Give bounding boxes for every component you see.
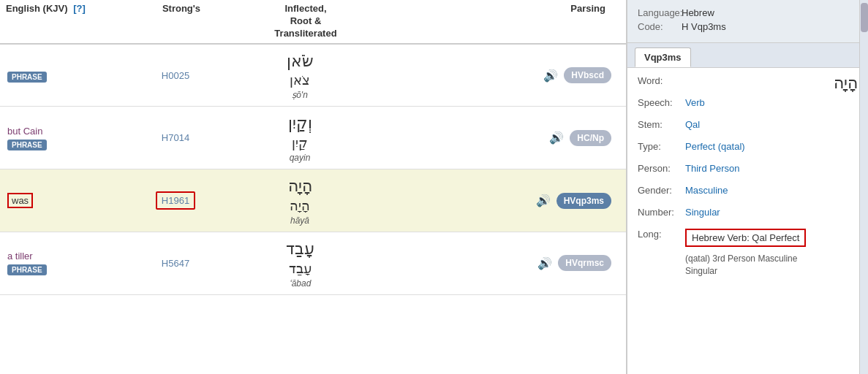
stem-link[interactable]: Qal: [685, 119, 700, 130]
hebrew-top: וְקַיִן: [288, 112, 312, 135]
gender-label: Gender:: [638, 185, 685, 196]
word-label: Word:: [638, 75, 685, 86]
strongs-cell: H1961: [132, 184, 219, 217]
speech-link[interactable]: Verb: [685, 97, 705, 108]
inflected-cell: הָיָה הָיָה hāyâ: [219, 169, 380, 232]
english-cell: PHRASE: [0, 63, 132, 88]
english-cell: a tiller PHRASE: [0, 245, 132, 281]
parsing-badge[interactable]: HC/Np: [570, 130, 611, 146]
language-value: Hebrew: [682, 7, 714, 18]
english-text: but Cain: [7, 126, 124, 137]
inflected-cell: וְקַיִן קַיִן qayin: [219, 107, 380, 169]
strongs-value[interactable]: H0025: [162, 70, 189, 81]
table-row: but Cain PHRASE H7014 וְקַיִן קַיִן qayi…: [0, 107, 626, 169]
inflected-cell: עָבַד עָבַד ʿābad: [219, 232, 380, 294]
english-text-boxed: was: [7, 193, 33, 208]
transliteration: ṣō'n: [292, 90, 308, 100]
detail-panel: Word: הָיָה Speech: Verb Stem: Qal Type:…: [627, 68, 868, 374]
strongs-value-boxed[interactable]: H1961: [156, 191, 195, 210]
table-row-active: was H1961 הָיָה הָיָה hāyâ 🔊 HVqp3ms: [0, 169, 626, 232]
gender-row: Gender: Masculine: [638, 185, 858, 201]
audio-icon[interactable]: 🔊: [549, 131, 564, 145]
hebrew-top: עָבַד: [286, 238, 314, 261]
parsing-badge[interactable]: HVqrmsc: [558, 255, 611, 271]
type-row: Type: Perfect (qatal): [638, 141, 858, 157]
language-row: Language: Hebrew: [638, 7, 858, 18]
transliteration: hāyâ: [290, 215, 309, 226]
tab-vqp3ms[interactable]: Vqp3ms: [635, 47, 691, 67]
number-value: Singular: [685, 207, 858, 218]
hebrew-bottom: עָבַד: [289, 261, 312, 277]
scrollbar-thumb[interactable]: [861, 3, 868, 32]
table-row: PHRASE H0025 שֹׂאן צֹאן ṣō'n 🔊 HVbscd: [0, 45, 626, 107]
info-header: Language: Hebrew Code: H Vqp3ms: [627, 0, 868, 43]
right-panel: Language: Hebrew Code: H Vqp3ms Vqp3ms W…: [627, 0, 868, 374]
hebrew-top: שֹׂאן: [287, 50, 314, 73]
audio-icon[interactable]: 🔊: [543, 69, 558, 83]
parsing-cell: 🔊 HVqrmsc: [380, 249, 626, 277]
inflected-cell: שֹׂאן צֹאן ṣō'n: [219, 45, 380, 107]
help-link[interactable]: [?]: [73, 3, 86, 14]
parsing-cell: 🔊 HC/Np: [380, 124, 626, 152]
person-label: Person:: [638, 163, 685, 174]
table-header: English (KJV) [?] Strong's Inflected,Roo…: [0, 0, 626, 45]
type-label: Type:: [638, 141, 685, 152]
scrollbar[interactable]: [859, 0, 868, 374]
parsing-badge[interactable]: HVbscd: [564, 67, 611, 83]
speech-value: Verb: [685, 97, 858, 108]
person-row: Person: Third Person: [638, 163, 858, 179]
parsing-cell: 🔊 HVbscd: [380, 61, 626, 89]
phrase-badge[interactable]: PHRASE: [7, 72, 47, 83]
gender-value: Masculine: [685, 185, 858, 196]
audio-icon[interactable]: 🔊: [537, 256, 552, 270]
col-header-inflected: Inflected,Root &Transliterated: [225, 3, 386, 40]
transliteration: ʿābad: [289, 278, 312, 289]
hebrew-bottom: קַיִן: [292, 135, 308, 151]
person-value: Third Person: [685, 163, 858, 174]
col-header-strongs: Strong's: [137, 3, 225, 40]
language-label: Language:: [638, 7, 682, 18]
english-text: a tiller: [7, 251, 124, 262]
parsing-badge-active[interactable]: HVqp3ms: [556, 193, 611, 209]
english-cell: but Cain PHRASE: [0, 120, 132, 156]
strongs-cell: H5647: [132, 252, 219, 275]
long-row: Long: Hebrew Verb: Qal Perfect: [638, 229, 858, 247]
hebrew-top: הָיָה: [288, 175, 312, 198]
audio-icon[interactable]: 🔊: [536, 194, 551, 207]
word-table: English (KJV) [?] Strong's Inflected,Roo…: [0, 0, 627, 374]
long-sub: (qatal) 3rd Person MasculineSingular: [638, 253, 858, 278]
stem-row: Stem: Qal: [638, 119, 858, 135]
parsing-cell: 🔊 HVqp3ms: [380, 187, 626, 215]
number-link[interactable]: Singular: [685, 207, 720, 218]
long-value: Hebrew Verb: Qal Perfect: [685, 229, 858, 247]
strongs-value[interactable]: H7014: [162, 132, 189, 143]
english-cell: was: [0, 187, 132, 214]
type-value: Perfect (qatal): [685, 141, 858, 152]
strongs-cell: H0025: [132, 64, 219, 87]
code-row: Code: H Vqp3ms: [638, 21, 858, 32]
tabs-row: Vqp3ms: [627, 43, 868, 68]
word-value: הָיָה: [685, 75, 858, 91]
phrase-badge[interactable]: PHRASE: [7, 140, 47, 150]
code-label: Code:: [638, 21, 682, 32]
col-header-parsing: Parsing: [386, 3, 620, 40]
speech-row: Speech: Verb: [638, 97, 858, 113]
strongs-cell: H7014: [132, 126, 219, 149]
hebrew-bottom: הָיָה: [290, 198, 310, 214]
hebrew-bottom: צֹאן: [290, 72, 310, 88]
number-label: Number:: [638, 207, 685, 218]
phrase-badge[interactable]: PHRASE: [7, 264, 47, 275]
number-row: Number: Singular: [638, 207, 858, 223]
speech-label: Speech:: [638, 97, 685, 108]
long-desc-boxed: Hebrew Verb: Qal Perfect: [685, 229, 806, 247]
word-row-detail: Word: הָיָה: [638, 75, 858, 91]
table-body: PHRASE H0025 שֹׂאן צֹאן ṣō'n 🔊 HVbscd: [0, 45, 626, 374]
stem-label: Stem:: [638, 119, 685, 130]
long-label: Long:: [638, 229, 685, 240]
transliteration: qayin: [290, 153, 311, 163]
table-row: a tiller PHRASE H5647 עָבַד עָבַד ʿābad …: [0, 232, 626, 295]
gender-link[interactable]: Masculine: [685, 185, 728, 196]
strongs-value[interactable]: H5647: [162, 258, 189, 269]
type-link[interactable]: Perfect (qatal): [685, 141, 745, 152]
person-link[interactable]: Third Person: [685, 163, 739, 174]
